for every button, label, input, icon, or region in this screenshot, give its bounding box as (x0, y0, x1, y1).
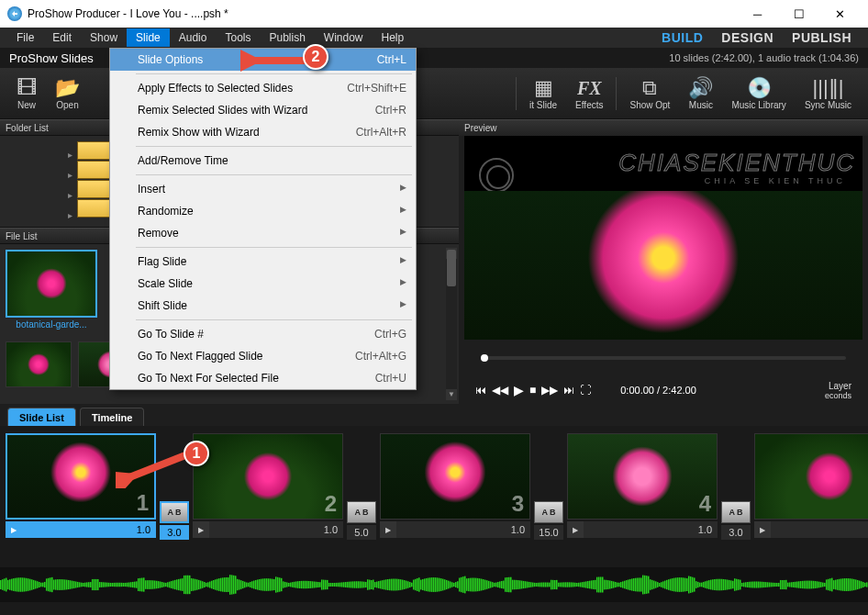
preview-seek-bar[interactable] (481, 356, 846, 360)
svg-rect-85 (154, 581, 156, 589)
svg-rect-95 (172, 580, 174, 588)
menu-item-scale-slide[interactable]: Scale Slide▶ (110, 273, 416, 295)
menu-item-go-to-slide-[interactable]: Go To Slide #Ctrl+G (110, 323, 416, 345)
menu-audio[interactable]: Audio (170, 28, 217, 47)
menu-slide[interactable]: Slide (127, 28, 170, 47)
slide-icon: ▦ (534, 76, 553, 100)
menu-item-randomize[interactable]: Randomize▶ (110, 200, 416, 222)
slide-3[interactable]: 3▶1.0 (380, 433, 530, 567)
stop-icon[interactable]: ■ (529, 384, 536, 397)
svg-rect-414 (758, 582, 760, 588)
svg-rect-473 (866, 582, 868, 587)
slide-play-icon[interactable]: ▶ (567, 521, 584, 538)
transition-3[interactable]: A B15.0 (534, 433, 563, 567)
skip-start-icon[interactable]: ⏮ (475, 384, 486, 397)
svg-rect-129 (235, 576, 237, 593)
svg-rect-162 (295, 581, 297, 587)
menu-item-flag-slide[interactable]: Flag Slide▶ (110, 251, 416, 273)
menu-item-go-to-next-flagged-slide[interactable]: Go To Next Flagged SlideCtrl+Alt+G (110, 345, 416, 367)
toolbar-effects[interactable]: FXEffects (566, 73, 612, 114)
toolbar-open[interactable]: 📂Open (46, 73, 89, 114)
file-list-scrollbar[interactable]: ▲ ▼ (446, 248, 457, 400)
menu-item-remove[interactable]: Remove▶ (110, 222, 416, 244)
svg-rect-327 (598, 577, 600, 593)
svg-rect-342 (626, 580, 628, 589)
scroll-down-icon[interactable]: ▼ (446, 389, 457, 400)
close-button[interactable]: ✕ (819, 0, 861, 28)
transition-duration[interactable]: 3.0 (160, 525, 189, 540)
svg-rect-436 (798, 581, 800, 587)
skip-end-icon[interactable]: ⏭ (563, 384, 574, 397)
transition-duration[interactable]: 5.0 (347, 525, 376, 540)
slide-2[interactable]: 2▶1.0 (193, 433, 343, 567)
slide-duration[interactable]: 1.0 (209, 521, 343, 538)
tab-slide-list[interactable]: Slide List (7, 408, 76, 426)
svg-rect-351 (642, 576, 644, 595)
tab-timeline[interactable]: Timeline (80, 408, 144, 426)
transition-2[interactable]: A B5.0 (347, 433, 376, 567)
toolbar-show-opt[interactable]: ⧉Show Opt (620, 73, 679, 114)
slide-play-icon[interactable]: ▶ (6, 521, 22, 538)
transition-icon[interactable]: A B (721, 501, 751, 523)
slide-duration[interactable]: 1.0 (584, 521, 718, 538)
slide-play-icon[interactable]: ▶ (754, 521, 771, 538)
svg-rect-231 (422, 579, 424, 590)
svg-rect-37 (66, 580, 68, 590)
svg-rect-97 (176, 579, 178, 589)
toolbar-it-slide[interactable]: ▦it Slide (520, 73, 566, 114)
toolbar-new[interactable]: 🎞New (7, 73, 46, 114)
menu-item-apply-effects-to-selected-slides[interactable]: Apply Effects to Selected SlidesCtrl+Shi… (110, 77, 416, 99)
next-icon[interactable]: ▶▶ (541, 384, 558, 397)
slide-play-icon[interactable]: ▶ (193, 521, 209, 538)
file-thumb[interactable] (6, 341, 72, 387)
transition-4[interactable]: A B3.0 (721, 433, 751, 567)
svg-rect-59 (106, 583, 108, 587)
menu-help[interactable]: Help (373, 28, 414, 47)
maximize-button[interactable]: ☐ (778, 0, 819, 28)
mode-publish[interactable]: PUBLISH (783, 30, 861, 45)
slide-duration[interactable]: 1.0 (396, 521, 530, 538)
menu-item-add-remove-time[interactable]: Add/Remove Time (110, 150, 416, 172)
transition-icon[interactable]: A B (160, 501, 189, 523)
toolbar-sync-music[interactable]: |||‖|Sync Music (796, 73, 861, 114)
preview-viewport[interactable]: CHIASEKIENTHUC CHIA SE KIEN THUC (464, 136, 862, 340)
transition-duration[interactable]: 3.0 (721, 525, 751, 540)
slide-5[interactable]: 5▶ (754, 433, 868, 567)
menu-show[interactable]: Show (81, 28, 127, 47)
menu-item-shift-slide[interactable]: Shift Slide▶ (110, 295, 416, 317)
menu-item-go-to-next-for-selected-file[interactable]: Go To Next For Selected FileCtrl+U (110, 367, 416, 389)
slide-duration[interactable]: 1.0 (22, 521, 156, 538)
transition-icon[interactable]: A B (534, 501, 563, 523)
svg-rect-69 (125, 583, 127, 587)
file-thumb-selected[interactable]: botanical-garde... (6, 250, 97, 330)
menu-tools[interactable]: Tools (216, 28, 260, 47)
slide-play-icon[interactable]: ▶ (380, 521, 396, 538)
svg-rect-163 (297, 581, 299, 588)
svg-rect-337 (617, 583, 618, 587)
menu-file[interactable]: File (7, 28, 43, 47)
mode-design[interactable]: DESIGN (712, 30, 783, 45)
slide-duration[interactable] (771, 521, 868, 538)
svg-rect-325 (595, 580, 596, 589)
menu-item-remix-selected-slides-with-wizard[interactable]: Remix Selected Slides with WizardCtrl+R (110, 99, 416, 121)
menu-edit[interactable]: Edit (43, 28, 81, 47)
svg-rect-324 (593, 580, 595, 589)
svg-rect-303 (554, 580, 556, 589)
toolbar-music[interactable]: 🔊Music (679, 73, 722, 114)
audio-track[interactable] (0, 567, 868, 602)
svg-rect-431 (789, 582, 791, 587)
menu-item-remix-show-with-wizard[interactable]: Remix Show with WizardCtrl+Alt+R (110, 121, 416, 143)
transition-icon[interactable]: A B (347, 501, 376, 523)
play-icon[interactable]: ▶ (514, 383, 524, 397)
svg-rect-46 (83, 583, 84, 587)
svg-rect-143 (261, 579, 262, 591)
toolbar-music-library[interactable]: 💿Music Library (722, 73, 795, 114)
transition-duration[interactable]: 15.0 (534, 525, 563, 540)
slide-4[interactable]: 4▶1.0 (567, 433, 718, 567)
svg-rect-106 (193, 578, 195, 590)
mode-build[interactable]: BUILD (652, 30, 712, 45)
fullscreen-icon[interactable]: ⛶ (580, 384, 591, 397)
prev-icon[interactable]: ◀◀ (492, 384, 508, 397)
menu-item-insert[interactable]: Insert▶ (110, 178, 416, 200)
minimize-button[interactable]: ─ (737, 0, 778, 28)
